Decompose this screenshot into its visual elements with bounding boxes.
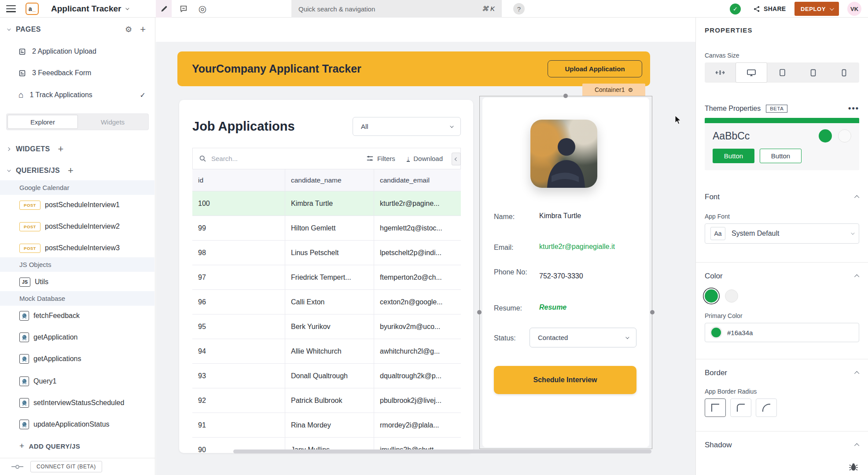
tab-explorer[interactable]: Explorer bbox=[7, 115, 78, 129]
query-postscheduleinterview3[interactable]: POST postScheduleInterview3 bbox=[0, 241, 154, 256]
canvas-size-tablet-icon[interactable] bbox=[798, 62, 828, 83]
debug-bug-icon[interactable] bbox=[849, 463, 858, 471]
canvas-size-tablet-large-icon[interactable] bbox=[767, 62, 798, 83]
hamburger-menu-icon[interactable] bbox=[6, 5, 16, 14]
resize-handle-top[interactable] bbox=[563, 94, 568, 98]
logo-underscore: _ bbox=[33, 5, 36, 12]
add-query-plus-button[interactable]: + bbox=[68, 165, 74, 176]
theme-primary-color-dot[interactable] bbox=[819, 129, 832, 142]
radius-medium-button[interactable] bbox=[730, 398, 751, 417]
radius-none-button[interactable] bbox=[705, 398, 726, 417]
query-fetchfeedback[interactable]: fetchFeedback bbox=[0, 308, 154, 323]
table-row-selected[interactable]: 100 Kimbra Turtle kturtle2r@pagine... bbox=[192, 191, 461, 216]
query-label: getApplication bbox=[33, 333, 78, 341]
primary-color-input[interactable]: #16a34a bbox=[705, 323, 859, 342]
table-row[interactable]: 91 Rina Mordey rmordey2i@plala... bbox=[192, 413, 461, 438]
connect-git-button[interactable]: CONNECT GIT (BETA) bbox=[30, 461, 102, 472]
column-header-candidate-email[interactable]: candidate_email bbox=[374, 169, 461, 191]
user-avatar[interactable]: VK bbox=[847, 2, 861, 16]
js-object-utils[interactable]: JS Utils bbox=[0, 274, 154, 289]
add-widget-button[interactable]: + bbox=[58, 143, 63, 155]
query-updateapplicationstatus[interactable]: updateApplicationStatus bbox=[0, 417, 154, 432]
filters-button[interactable]: Filters bbox=[366, 155, 395, 162]
add-query-label: ADD QUERY/JS bbox=[29, 442, 81, 450]
group-label: JS Objects bbox=[19, 261, 51, 268]
query-getapplications[interactable]: getApplications bbox=[0, 351, 154, 366]
app-header-banner[interactable]: YourCompany Applicant Tracker Upload App… bbox=[177, 51, 650, 86]
canvas-size-selector bbox=[705, 62, 859, 83]
selected-widget-badge[interactable]: Container1 ⚙ bbox=[582, 84, 645, 96]
schedule-interview-button[interactable]: Schedule Interview bbox=[494, 366, 636, 394]
table-row[interactable]: 97 Friedrick Tempert... ftemperton2o@ch.… bbox=[192, 265, 461, 290]
explorer-widgets-tabs: Explorer Widgets bbox=[6, 113, 149, 130]
cell-name: Calli Exton bbox=[285, 290, 374, 314]
help-button[interactable]: ? bbox=[513, 3, 525, 15]
post-method-badge: POST bbox=[19, 222, 40, 231]
canvas-size-desktop-icon[interactable] bbox=[736, 62, 767, 83]
resize-handle-right[interactable] bbox=[650, 310, 655, 314]
app-title-menu[interactable]: Applicant Tracker bbox=[51, 0, 128, 18]
download-button[interactable]: ↓ Download bbox=[407, 155, 443, 162]
border-section-header[interactable]: Border bbox=[705, 369, 859, 377]
queries-section-header[interactable]: QUERIES/JS + bbox=[0, 163, 154, 178]
sidebar-page-application-upload[interactable]: 2 Application Upload bbox=[0, 44, 154, 59]
preview-mode-button[interactable]: ◎ bbox=[195, 0, 210, 18]
resize-handle-left[interactable] bbox=[477, 310, 482, 314]
sidebar-page-feedback-form[interactable]: 3 Feeedback Form bbox=[0, 66, 154, 80]
upload-application-button[interactable]: Upload Application bbox=[548, 60, 642, 77]
status-filter-select[interactable]: All bbox=[353, 117, 461, 136]
cell-name: Berk Yurikov bbox=[285, 314, 374, 339]
theme-more-options-icon[interactable]: ••• bbox=[848, 104, 859, 113]
table-row[interactable]: 93 Donall Qualtrough dqualtrough2k@p... bbox=[192, 364, 461, 388]
color-section-header[interactable]: Color bbox=[705, 272, 859, 281]
widgets-header-label: WIDGETS bbox=[16, 145, 50, 153]
status-select[interactable]: Contacted bbox=[530, 328, 636, 347]
section-divider bbox=[696, 359, 868, 359]
table-row[interactable]: 96 Calli Exton cexton2n@google... bbox=[192, 290, 461, 314]
query-getapplication[interactable]: getApplication bbox=[0, 330, 154, 345]
theme-secondary-color-dot[interactable] bbox=[838, 129, 851, 142]
table-row[interactable]: 95 Berk Yurikov byurikov2m@uco... bbox=[192, 314, 461, 339]
pages-section-header[interactable]: PAGES ⚙ + bbox=[0, 22, 154, 37]
app-font-select[interactable]: Aa System Default bbox=[705, 223, 859, 244]
widgets-section-header[interactable]: WIDGETS + bbox=[0, 142, 154, 157]
quick-search-bar[interactable]: Quick search & navigation ⌘ K bbox=[291, 0, 502, 18]
table-row[interactable]: 98 Linus Petschelt lpetschelt2p@indi... bbox=[192, 241, 461, 265]
sidebar-page-track-applications[interactable]: ⌂ 1 Track Applications ✓ bbox=[0, 88, 154, 102]
table-search-input[interactable]: Search... bbox=[211, 155, 238, 162]
query-label: Query1 bbox=[33, 377, 56, 385]
column-header-candidate-name[interactable]: candidate_name bbox=[285, 169, 374, 191]
share-icon bbox=[754, 6, 760, 12]
query-setinterviewstatusscheduled[interactable]: setInterviewStatusScheduled bbox=[0, 395, 154, 410]
query-postscheduleinterview2[interactable]: POST postScheduleInterview2 bbox=[0, 219, 154, 234]
horizontal-scrollbar[interactable] bbox=[233, 449, 651, 453]
canvas-size-fluid-icon[interactable] bbox=[705, 62, 736, 83]
table-row[interactable]: 99 Hilton Gemlett hgemlett2q@istoc... bbox=[192, 216, 461, 241]
secondary-color-swatch[interactable] bbox=[725, 289, 738, 303]
query-postscheduleinterview1[interactable]: POST postScheduleInterview1 bbox=[0, 197, 154, 212]
table-row[interactable]: 94 Allie Whitchurch awhitchurch2l@g... bbox=[192, 339, 461, 364]
pages-settings-gear-icon[interactable]: ⚙ bbox=[125, 25, 132, 34]
edit-mode-button[interactable] bbox=[156, 0, 172, 18]
add-page-button[interactable]: + bbox=[140, 24, 146, 35]
email-link[interactable]: kturtle2r@paginegialle.it bbox=[539, 243, 615, 252]
font-section-header[interactable]: Font bbox=[705, 193, 859, 201]
primary-color-swatch[interactable] bbox=[705, 289, 718, 303]
cell-email: rmordey2i@plala... bbox=[374, 413, 461, 437]
canvas-size-phone-icon[interactable] bbox=[828, 62, 859, 83]
share-button[interactable]: SHARE bbox=[754, 0, 786, 18]
query-query1[interactable]: Query1 bbox=[0, 374, 154, 389]
add-query-js-button[interactable]: + ADD QUERY/JS bbox=[0, 438, 154, 453]
table-row[interactable]: 92 Patrick Bulbrook pbulbrook2j@livej... bbox=[192, 388, 461, 413]
deploy-button[interactable]: DEPLOY bbox=[794, 2, 839, 16]
tab-widgets[interactable]: Widgets bbox=[78, 115, 147, 129]
resume-link[interactable]: Resume bbox=[539, 303, 566, 313]
radius-large-button[interactable] bbox=[756, 398, 777, 417]
widget-settings-gear-icon[interactable]: ⚙ bbox=[628, 87, 633, 93]
cell-email: lpetschelt2p@indi... bbox=[374, 241, 461, 265]
shadow-section-header[interactable]: Shadow bbox=[705, 441, 859, 449]
comment-mode-button[interactable] bbox=[176, 0, 191, 18]
collapse-panel-button[interactable] bbox=[452, 153, 461, 165]
beta-badge: BETA bbox=[766, 105, 787, 113]
column-header-id[interactable]: id bbox=[192, 169, 285, 191]
